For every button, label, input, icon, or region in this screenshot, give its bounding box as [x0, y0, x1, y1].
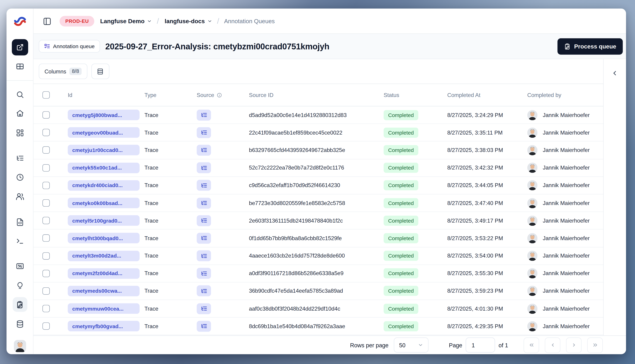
- table-row[interactable]: cmetymyfb00gvad... Trace 8dc69b1ba1e540b…: [34, 318, 603, 335]
- select-all-checkbox[interactable]: [42, 91, 50, 99]
- last-page-button[interactable]: [587, 337, 603, 353]
- home-icon[interactable]: [16, 109, 24, 117]
- table-row[interactable]: cmetyl5r100grad0... Trace 2e603f31361115…: [34, 212, 603, 230]
- user-avatar[interactable]: [14, 340, 26, 352]
- column-header-completed-by[interactable]: Completed by: [524, 92, 603, 98]
- source-trace-link[interactable]: [197, 162, 211, 174]
- item-type: Trace: [144, 182, 158, 188]
- rows-per-page-select[interactable]: 50: [394, 338, 429, 352]
- evals-card-icon[interactable]: [16, 262, 24, 270]
- table-row[interactable]: cmetyko0k00bsad... Trace be7723e30d80205…: [34, 194, 603, 212]
- column-header-source-id[interactable]: Source ID: [246, 92, 380, 98]
- row-checkbox[interactable]: [42, 112, 50, 119]
- column-header-source[interactable]: Source: [193, 92, 246, 98]
- item-id-badge[interactable]: cmetyko0k00bsad...: [68, 198, 139, 208]
- external-link-icon[interactable]: [12, 39, 28, 56]
- table-icon[interactable]: [16, 62, 24, 71]
- row-checkbox[interactable]: [42, 129, 50, 136]
- source-trace-link[interactable]: [197, 198, 211, 208]
- item-type: Trace: [144, 235, 158, 241]
- table-row[interactable]: cmetyg5j800bwad... Trace d5ad9d52a00c6e1…: [34, 106, 603, 124]
- row-checkbox[interactable]: [42, 164, 50, 172]
- source-trace-link[interactable]: [197, 250, 211, 262]
- table-row[interactable]: cmetymmuw00cea... Trace aaf0c38db0f3f204…: [34, 300, 603, 318]
- item-id-badge[interactable]: cmetymeds00cwa...: [68, 286, 139, 296]
- process-queue-button[interactable]: Process queue: [557, 38, 623, 54]
- next-page-button[interactable]: [566, 337, 581, 353]
- annotation-queue-icon[interactable]: [13, 297, 27, 312]
- item-id-badge[interactable]: cmetym2fz00d4ad...: [68, 268, 139, 278]
- lightbulb-icon[interactable]: [16, 282, 24, 290]
- traces-tree-icon[interactable]: [16, 154, 24, 162]
- column-header-type[interactable]: Type: [141, 92, 193, 98]
- rows-per-page-value: 50: [399, 342, 405, 348]
- source-trace-link[interactable]: [197, 110, 211, 120]
- row-checkbox[interactable]: [42, 305, 50, 312]
- column-header-id[interactable]: Id: [60, 92, 141, 98]
- row-checkbox[interactable]: [42, 288, 50, 295]
- langfuse-logo[interactable]: [14, 16, 26, 26]
- annotation-queue-chip[interactable]: Annotation queue: [39, 40, 100, 52]
- row-checkbox[interactable]: [42, 182, 50, 189]
- row-height-button[interactable]: [91, 64, 109, 79]
- source-trace-link[interactable]: [197, 180, 211, 191]
- source-id-value: d5ad9d52a00c6e14e1d4192880312d83: [249, 112, 347, 118]
- dashboard-icon[interactable]: [16, 129, 24, 137]
- user-avatar: [527, 216, 538, 226]
- source-trace-link[interactable]: [197, 145, 211, 156]
- item-id-badge[interactable]: cmetyl5r100grad0...: [68, 216, 139, 226]
- list-tree-icon: [200, 217, 207, 224]
- previous-page-button[interactable]: [545, 337, 560, 353]
- item-id-badge[interactable]: cmetymmuw00cea...: [68, 304, 139, 314]
- row-checkbox[interactable]: [42, 322, 50, 330]
- file-code-icon[interactable]: [16, 218, 24, 226]
- source-trace-link[interactable]: [197, 268, 211, 279]
- source-trace-link[interactable]: [197, 286, 211, 296]
- collapse-panel-icon[interactable]: [609, 67, 620, 79]
- user-avatar: [527, 304, 538, 314]
- row-checkbox[interactable]: [42, 146, 50, 154]
- table-row[interactable]: cmetylht300bqad0... Trace 0f1dd65b7bb9bf…: [34, 230, 603, 247]
- table-row[interactable]: cmetyk55x00c1ad... Trace 52c72c2222ea78e…: [34, 159, 603, 177]
- item-id-badge[interactable]: cmetygeov00buad...: [68, 127, 139, 138]
- org-selector[interactable]: Langfuse Demo: [100, 18, 152, 24]
- source-trace-link[interactable]: [197, 215, 211, 226]
- sidebar-toggle-icon[interactable]: [40, 14, 54, 28]
- source-trace-link[interactable]: [197, 127, 211, 138]
- database-icon[interactable]: [16, 320, 24, 328]
- item-id-badge[interactable]: cmetyk55x00c1ad...: [68, 162, 139, 173]
- source-trace-link[interactable]: [197, 233, 211, 244]
- environment-badge[interactable]: PROD-EU: [60, 16, 94, 26]
- item-id-badge[interactable]: cmetymyfb00gvad...: [68, 321, 139, 332]
- row-checkbox[interactable]: [42, 252, 50, 260]
- table-row[interactable]: cmetygeov00buad... Trace 22c41f09acae5b1…: [34, 124, 603, 142]
- item-id-badge[interactable]: cmetylt3m00d2ad...: [68, 250, 139, 261]
- item-id-badge[interactable]: cmetylht300bqad0...: [68, 233, 139, 244]
- column-header-completed-at[interactable]: Completed At: [444, 92, 524, 98]
- table-row[interactable]: cmetyju1r00ccad0... Trace b63297665cfd44…: [34, 142, 603, 159]
- search-icon[interactable]: [16, 90, 24, 98]
- project-selector[interactable]: langfuse-docs: [165, 18, 212, 24]
- table-row[interactable]: cmetymeds00cwa... Trace 36b90cdfc47e5da1…: [34, 282, 603, 300]
- row-checkbox[interactable]: [42, 217, 50, 224]
- column-header-status[interactable]: Status: [380, 92, 444, 98]
- list-tree-icon: [200, 288, 207, 294]
- row-checkbox[interactable]: [42, 234, 50, 242]
- page-number-input[interactable]: 1: [466, 338, 495, 352]
- first-page-button[interactable]: [524, 337, 539, 353]
- source-trace-link[interactable]: [197, 303, 211, 314]
- clock-icon[interactable]: [16, 173, 24, 181]
- item-id-badge[interactable]: cmetyg5j800bwad...: [68, 110, 139, 120]
- row-checkbox[interactable]: [42, 270, 50, 277]
- source-trace-link[interactable]: [197, 321, 211, 332]
- table-row[interactable]: cmetylt3m00d2ad... Trace 4aaece1603cb2e1…: [34, 247, 603, 265]
- row-checkbox[interactable]: [42, 200, 50, 207]
- table-row[interactable]: cmetykdr400ciad0... Trace c9d56ca32efaff…: [34, 177, 603, 194]
- users-icon[interactable]: [16, 192, 24, 201]
- terminal-icon[interactable]: [16, 237, 24, 245]
- item-id-badge[interactable]: cmetykdr400ciad0...: [68, 180, 139, 190]
- item-type: Trace: [144, 288, 158, 294]
- table-row[interactable]: cmetym2fz00d4ad... Trace a0df3f901167218…: [34, 265, 603, 282]
- item-id-badge[interactable]: cmetyju1r00ccad0...: [68, 145, 139, 156]
- columns-button[interactable]: Columns 8/8: [39, 64, 87, 79]
